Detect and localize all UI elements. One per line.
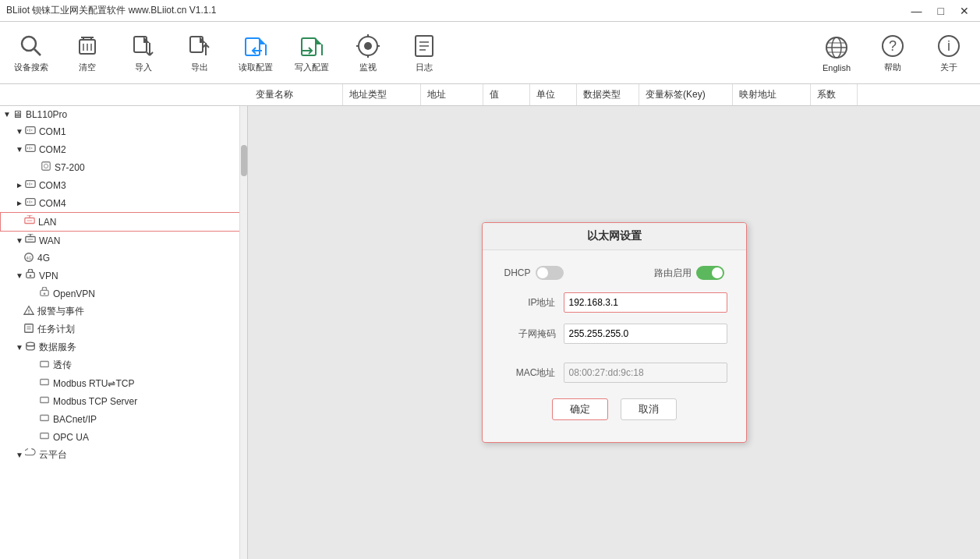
mac-input[interactable] [564,363,727,383]
routing-toggle-group: 路由启用 [654,266,724,280]
svg-point-55 [44,164,48,168]
search-icon [17,32,45,60]
col-var-tag: 变量标签(Key) [639,84,733,105]
svg-marker-20 [260,38,266,44]
sidebar-item-modbus-tcp-server[interactable]: ▶ Modbus TCP Server [0,392,247,410]
import-button[interactable]: 导入 [119,27,168,80]
help-label: 帮助 [884,62,901,73]
help-icon: ? [879,32,907,60]
clear-label: 清空 [79,62,96,73]
dialog-toggles-row: DHCP 路由启用 [501,266,727,280]
svg-marker-24 [316,38,322,44]
svg-rect-89 [41,416,49,421]
sidebar-item-vpn[interactable]: ▼ VPN [0,267,247,285]
dhcp-toggle[interactable] [536,266,564,280]
com1-icon [25,125,36,138]
read-config-icon [242,32,270,60]
titlebar: BLiiot 钡铼工业网关配置软件 www.BLiiot.cn V1.1.1 —… [0,0,980,22]
svg-rect-87 [41,380,49,385]
openvpn-icon [39,287,50,300]
confirm-button[interactable]: 确定 [552,398,608,420]
device-search-button[interactable]: 设备搜索 [6,27,56,80]
scrollbar-thumb[interactable] [241,145,247,176]
lang-icon [823,34,851,62]
svg-rect-90 [41,433,49,439]
sidebar-item-alarm[interactable]: ▶ 报警与事件 [0,302,247,320]
ethernet-settings-dialog: 以太网设置 DHCP 路由启用 [482,222,747,443]
log-button[interactable]: 日志 [399,27,449,80]
dhcp-label: DHCP [504,267,531,278]
svg-point-0 [22,37,36,51]
write-config-icon [298,32,326,60]
maximize-button[interactable]: □ [933,5,949,17]
sidebar-item-transparent[interactable]: ▶ 透传 [0,356,247,374]
minimize-button[interactable]: — [907,5,927,17]
dhcp-toggle-group: DHCP [504,266,564,280]
sidebar-item-opc-ua[interactable]: ▶ OPC UA [0,428,247,446]
svg-rect-54 [42,162,51,171]
mac-label: MAC地址 [501,366,556,380]
sidebar-item-lan[interactable]: ▶ LAN [0,212,247,232]
device-icon: 🖥 [12,108,23,120]
export-icon [186,32,214,60]
data-service-icon [25,341,36,354]
english-button[interactable]: English [812,27,861,80]
clear-button[interactable]: 清空 [62,27,112,80]
sidebar-scrollbar[interactable] [239,106,247,559]
sidebar-item-modbus-rtu-tcp[interactable]: ▶ Modbus RTU⇌TCP [0,374,247,392]
export-button[interactable]: 导出 [175,27,225,80]
app-title: BLiiot 钡铼工业网关配置软件 www.BLiiot.cn V1.1.1 [6,4,216,17]
read-config-button[interactable]: 读取配置 [231,27,281,80]
sidebar-item-bacnet-ip[interactable]: ▶ BACnet/IP [0,410,247,428]
svg-text:i: i [947,38,950,54]
write-config-button[interactable]: 写入配置 [287,27,337,80]
svg-line-1 [34,49,41,55]
main-area: ▼ 🖥 BL110Pro ▼ COM1 ▼ COM2 ▼ S7-20 [0,106,980,559]
sidebar-item-com3[interactable]: ► COM3 [0,176,247,194]
4g-icon: 4G [23,252,34,264]
alarm-icon [23,305,34,318]
about-icon: i [935,32,963,60]
lan-icon [24,215,35,228]
sidebar-item-bl110pro[interactable]: ▼ 🖥 BL110Pro [0,106,247,122]
sidebar-item-task[interactable]: ▶ 任务计划 [0,320,247,338]
export-label: 导出 [191,62,208,73]
svg-rect-88 [41,398,49,403]
sidebar-item-com1[interactable]: ▼ COM1 [0,122,247,140]
cloud-icon [25,448,36,462]
log-icon [410,32,438,60]
sidebar-item-cloud[interactable]: ▼ 云平台 [0,446,247,464]
svg-point-80 [28,313,29,313]
import-label: 导入 [135,62,152,73]
sidebar: ▼ 🖥 BL110Pro ▼ COM1 ▼ COM2 ▼ S7-20 [0,106,248,559]
mac-row: MAC地址 [501,363,727,383]
close-button[interactable]: ✕ [955,5,974,17]
content-area: 以太网设置 DHCP 路由启用 [248,106,980,559]
about-label: 关于 [940,62,957,73]
dialog-buttons: 确定 取消 [501,398,727,426]
dialog-overlay: 以太网设置 DHCP 路由启用 [248,106,980,559]
sidebar-item-4g[interactable]: ▶ 4G 4G [0,249,247,267]
dialog-body: DHCP 路由启用 IP地址 [483,250,746,442]
bacnet-ip-icon [39,412,50,426]
sidebar-item-wan[interactable]: ▼ WAN [0,232,247,249]
help-button[interactable]: ? 帮助 [868,27,918,80]
sidebar-item-com4[interactable]: ► COM4 [0,194,247,212]
sidebar-item-s7200[interactable]: ▼ S7-200 [0,158,247,176]
task-icon [23,323,34,336]
svg-rect-60 [26,199,35,206]
about-button[interactable]: i 关于 [924,27,974,80]
ip-row: IP地址 [501,292,727,313]
subnet-input[interactable] [564,324,727,344]
device-search-label: 设备搜索 [14,62,48,73]
com3-icon [25,179,36,192]
sidebar-item-com2[interactable]: ▼ COM2 [0,140,247,158]
col-value: 值 [483,84,530,105]
cancel-button[interactable]: 取消 [621,398,677,420]
col-var-name: 变量名称 [249,84,343,105]
sidebar-item-openvpn[interactable]: ▶ OpenVPN [0,285,247,302]
routing-toggle[interactable] [696,266,724,280]
ip-input[interactable] [564,292,727,313]
monitor-button[interactable]: 监视 [343,27,393,80]
sidebar-item-data-service[interactable]: ▼ 数据服务 [0,338,247,356]
